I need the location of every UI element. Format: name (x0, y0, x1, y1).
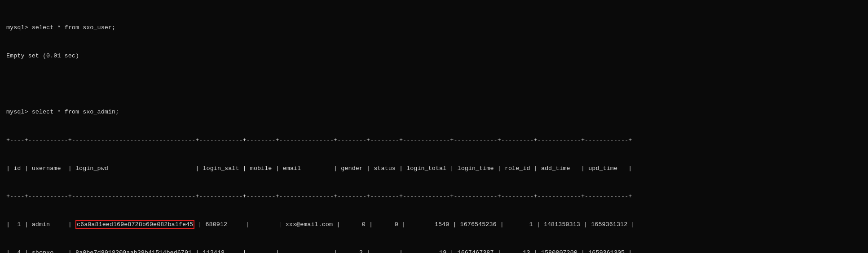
prompt: mysql> select * from sxo_user; (6, 24, 115, 31)
table-row-2: | 4 | shopxo | 8a0be7d8918209aab38b41514… (6, 249, 862, 253)
table-header-1: | id | username | login_pwd | login_salt… (6, 164, 862, 174)
table-border-2: +----+-----------+----------------------… (6, 192, 862, 201)
prompt: mysql> select * from sxo_admin; (6, 109, 119, 115)
table-border-1: +----+-----------+----------------------… (6, 136, 862, 145)
table-row-1: | 1 | admin | c6a0a81eed169e8728b60e082b… (6, 220, 862, 230)
blank-1 (6, 79, 862, 89)
hash-highlight-1: c6a0a81eed169e8728b60e082ba1fe45 (75, 220, 194, 229)
cmd-line-1: mysql> select * from sxo_user; (6, 23, 862, 33)
result-line-1: Empty set (0.01 sec) (6, 52, 862, 61)
terminal-output: mysql> select * from sxo_user; Empty set… (6, 4, 862, 253)
cmd-line-2: mysql> select * from sxo_admin; (6, 108, 862, 117)
